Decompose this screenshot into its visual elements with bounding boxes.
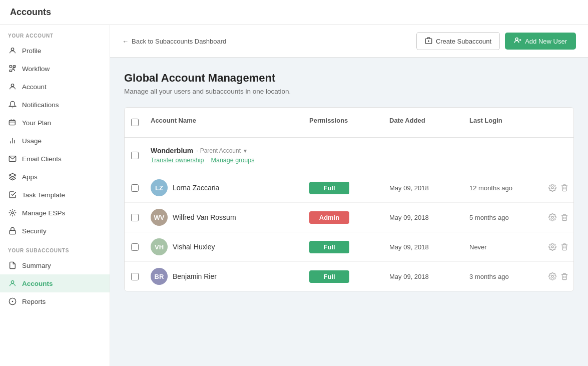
sidebar-item-security[interactable]: Security: [0, 222, 110, 240]
permission-cell-0: Full: [303, 175, 383, 201]
page-title: Global Account Management: [124, 72, 574, 85]
sidebar-label-workflow: Workflow: [22, 65, 50, 73]
parent-account-row: Wonderblum - Parent Account ▾ Transfer o…: [125, 138, 573, 173]
sidebar-label-manage-esps: Manage ESPs: [22, 209, 65, 217]
delete-icon-3[interactable]: [560, 272, 568, 281]
create-subaccount-button[interactable]: Create Subaccount: [416, 32, 500, 50]
sub-header-actions: Create Subaccount Add New User: [416, 32, 576, 50]
back-arrow-icon: ←: [122, 38, 129, 45]
sidebar-item-usage[interactable]: Usage: [0, 132, 110, 150]
sidebar-item-apps[interactable]: Apps: [0, 168, 110, 186]
back-link[interactable]: ← Back to Subaccounts Dashboard: [122, 38, 226, 45]
sidebar-label-apps: Apps: [22, 173, 38, 181]
parent-account-links: Transfer ownership Manage groups: [151, 157, 567, 164]
file-icon: [8, 261, 17, 270]
table-row: BR Benjamin Rier Full May 09, 2018 3 mon…: [125, 262, 573, 291]
settings-icon-0[interactable]: [548, 183, 556, 192]
table-row: VH Vishal Huxley Full May 09, 2018 Never: [125, 232, 573, 262]
row-checkbox-cell-0: [125, 178, 145, 198]
date-cell-1: May 09, 2018: [383, 208, 463, 227]
settings-icon-1[interactable]: [548, 213, 556, 222]
last-login-cell-0: 12 months ago: [463, 178, 543, 198]
sidebar-label-reports: Reports: [22, 298, 46, 305]
lock-icon: [8, 226, 17, 235]
add-user-icon: [514, 37, 521, 46]
svg-marker-12: [9, 173, 16, 177]
sidebar-label-usage: Usage: [22, 137, 42, 145]
svg-rect-3: [10, 70, 12, 72]
app-title: Accounts: [10, 7, 51, 18]
sidebar-item-reports[interactable]: Reports: [0, 292, 110, 310]
delete-icon-0[interactable]: [560, 183, 568, 192]
avatar-3: BR: [151, 268, 168, 285]
sidebar-item-notifications[interactable]: Notifications: [0, 96, 110, 114]
header-last-login: Last Login: [463, 113, 543, 132]
sidebar-item-manage-esps[interactable]: Manage ESPs: [0, 204, 110, 222]
permission-badge-3: Full: [309, 270, 349, 283]
select-all-checkbox[interactable]: [131, 119, 139, 126]
sidebar-item-task-template[interactable]: Task Template: [0, 186, 110, 204]
date-cell-3: May 09, 2018: [383, 267, 463, 286]
settings-icon-3[interactable]: [548, 272, 556, 281]
tag-icon: [8, 118, 17, 127]
row-checkbox-cell-2: [125, 237, 145, 257]
sidebar-section-subaccounts: YOUR SUBACCOUNTS: [0, 240, 110, 256]
user-cell-1: WV Wilfred Van Rossum: [145, 203, 303, 232]
parent-checkbox[interactable]: [131, 152, 139, 159]
svg-rect-1: [10, 66, 12, 67]
sidebar-section-your-account: YOUR ACCOUNT: [0, 25, 110, 42]
user-cell-2: VH Vishal Huxley: [145, 232, 303, 261]
sidebar-label-security: Security: [22, 227, 47, 235]
settings-icon-2[interactable]: [548, 242, 556, 251]
manage-icon: [8, 208, 17, 217]
last-login-cell-2: Never: [463, 237, 543, 257]
transfer-ownership-link[interactable]: Transfer ownership: [151, 157, 204, 164]
svg-point-16: [12, 301, 13, 301]
sidebar-item-accounts[interactable]: Accounts: [0, 274, 110, 292]
sidebar-label-notifications: Notifications: [22, 101, 59, 109]
table-row: LZ Lorna Zaccaria Full May 09, 2018 12 m…: [125, 173, 573, 203]
layers-icon: [8, 172, 17, 181]
row-checkbox-cell-3: [125, 267, 145, 286]
row-checkbox-0[interactable]: [131, 184, 139, 192]
delete-icon-1[interactable]: [560, 213, 568, 222]
table-header-row: Account Name Permissions Date Added Last…: [125, 108, 573, 138]
svg-rect-14: [10, 230, 16, 234]
row-checkbox-2[interactable]: [131, 243, 139, 251]
manage-groups-link[interactable]: Manage groups: [211, 157, 255, 164]
email-icon: [8, 154, 17, 163]
main-layout: YOUR ACCOUNT Profile Workflow Account: [0, 25, 588, 366]
sidebar-item-summary[interactable]: Summary: [0, 256, 110, 274]
user-name-1: Wilfred Van Rossum: [173, 213, 236, 221]
svg-point-24: [551, 216, 553, 218]
user-cell-3: BR Benjamin Rier: [145, 262, 303, 291]
user-name-3: Benjamin Rier: [173, 272, 217, 280]
bar-chart-icon: [8, 136, 17, 145]
account-icon: [8, 82, 17, 91]
sidebar-label-email-clients: Email Clients: [22, 155, 62, 163]
permission-badge-2: Full: [309, 241, 349, 253]
check-square-icon: [8, 190, 17, 199]
sidebar-item-account[interactable]: Account: [0, 78, 110, 96]
accounts-table: Account Name Permissions Date Added Last…: [124, 107, 574, 291]
accounts-icon: [8, 279, 17, 288]
header-actions: [543, 113, 573, 132]
delete-icon-2[interactable]: [560, 242, 568, 251]
svg-point-0: [11, 48, 14, 51]
row-checkbox-1[interactable]: [131, 214, 139, 221]
sidebar-item-your-plan[interactable]: Your Plan: [0, 114, 110, 132]
action-cell-1: [543, 207, 573, 228]
last-login-cell-1: 5 months ago: [463, 208, 543, 227]
sub-header: ← Back to Subaccounts Dashboard Create S…: [110, 25, 588, 58]
sidebar-item-email-clients[interactable]: Email Clients: [0, 150, 110, 168]
sidebar-label-your-plan: Your Plan: [22, 119, 51, 127]
bell-icon: [8, 100, 17, 109]
add-new-user-button[interactable]: Add New User: [505, 33, 576, 50]
header-date-added: Date Added: [383, 113, 463, 132]
avatar-0: LZ: [151, 179, 168, 196]
permission-cell-1: Admin: [303, 204, 383, 231]
row-checkbox-3[interactable]: [131, 273, 139, 280]
sidebar-item-profile[interactable]: Profile: [0, 42, 110, 60]
sidebar-item-workflow[interactable]: Workflow: [0, 60, 110, 78]
main-content: ← Back to Subaccounts Dashboard Create S…: [110, 25, 588, 366]
